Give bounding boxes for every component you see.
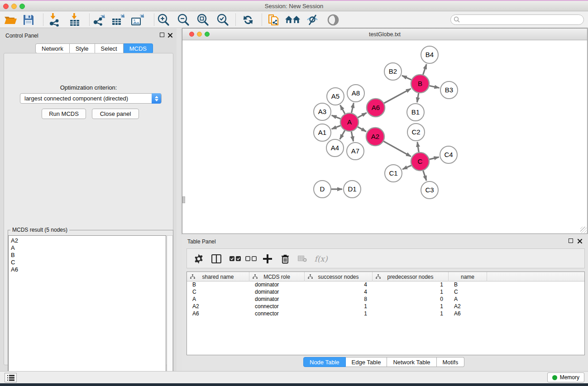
zoom-in-icon[interactable] [156,13,171,27]
edge-A6-B[interactable] [384,89,411,103]
table-cell[interactable]: A6 [187,310,249,318]
column-header-successor-nodes[interactable]: successor nodes [305,272,373,281]
close-table-panel-icon[interactable] [577,238,583,244]
table-cell[interactable]: A [187,296,249,303]
table-cell[interactable]: 8 [305,296,373,303]
table-cell[interactable]: connector [249,303,305,310]
table-row[interactable]: A2connector11A2 [187,303,584,310]
open-session-icon[interactable] [3,13,18,27]
tab-network-table[interactable]: Network Table [387,357,436,367]
vertical-scroll-nub[interactable] [182,196,185,203]
memory-button[interactable]: Memory [547,372,584,382]
table-cell[interactable]: C [187,289,249,296]
table-cell[interactable]: connector [249,310,305,318]
table-cell[interactable]: B [187,281,249,289]
table-cell[interactable]: dominator [249,296,305,303]
hide-graphics-details-icon[interactable] [305,13,320,27]
show-graphics-details-icon[interactable] [325,13,341,27]
search-input[interactable] [450,14,584,25]
edge-A-A4[interactable] [340,130,345,139]
select-all-rows-icon[interactable] [229,252,242,266]
save-session-icon[interactable] [21,13,36,27]
edge-A-A5[interactable] [340,105,345,114]
edge-A-A8[interactable] [351,103,354,113]
delete-table-icon[interactable] [296,252,308,266]
mcds-result-item[interactable]: C [11,259,166,266]
function-builder-icon[interactable]: f(x) [312,252,330,266]
mcds-result-item[interactable]: A [11,244,166,252]
network-canvas[interactable]: AA1A2A3A4A5A6A7A8BB1B2B3B4CC1C2C3C4DD1 [183,40,587,234]
edge-B-B4[interactable] [423,64,427,75]
edge-C-C1[interactable] [402,165,411,169]
deselect-all-rows-icon[interactable] [244,252,258,266]
tab-select[interactable]: Select [95,43,124,53]
search-field[interactable] [450,14,584,25]
table-cell[interactable]: 1 [373,289,449,296]
duplicate-network-icon[interactable] [266,13,282,27]
zoom-selected-icon[interactable] [215,13,230,27]
zoom-fit-icon[interactable] [195,13,210,27]
task-history-button[interactable] [5,373,17,382]
table-cell[interactable]: A2 [187,303,249,310]
table-cell[interactable]: 1 [373,303,449,310]
column-header-predecessor-nodes[interactable]: predecessor nodes [373,272,449,281]
tab-motifs[interactable]: Motifs [437,357,465,367]
table-row[interactable]: Adominator80A [187,296,584,303]
table-row[interactable]: Bdominator41B [187,281,584,289]
mcds-result-item[interactable]: A2 [11,237,166,244]
mcds-result-item[interactable]: A6 [11,266,166,273]
table-cell[interactable]: A [449,296,487,303]
mcds-result-item[interactable]: B [11,252,166,259]
column-header-shared-name[interactable]: shared name [187,272,249,281]
export-image-icon[interactable] [129,13,145,27]
delete-rows-trash-icon[interactable] [279,252,291,266]
edge-A2-C[interactable] [383,141,411,157]
tab-mcds[interactable]: MCDS [124,43,153,53]
close-panel-icon[interactable] [167,33,173,38]
edge-A-A6[interactable] [358,113,366,118]
tab-node-table[interactable]: Node Table [303,357,346,367]
table-row[interactable]: Cdominator41C [187,289,584,296]
table-cell[interactable]: 4 [305,289,373,296]
edge-A-A3[interactable] [332,115,341,119]
edge-B-B1[interactable] [417,93,418,103]
table-cell[interactable]: 1 [305,303,373,310]
edge-C-C2[interactable] [417,142,419,152]
import-table-icon[interactable] [67,13,82,27]
refresh-icon[interactable] [240,13,256,27]
network-window-titlebar[interactable]: testGlobe.txt [182,29,587,40]
mcds-list-scrollbar[interactable] [167,235,173,385]
table-cell[interactable]: 4 [305,281,373,289]
home-icon[interactable] [285,13,301,27]
edge-A-A7[interactable] [351,132,353,142]
column-header-name[interactable]: name [449,272,487,281]
node-table[interactable]: shared nameMCDS rolesuccessor nodesprede… [186,272,585,355]
table-row[interactable]: A6connector11A6 [187,310,584,318]
table-cell[interactable]: C [449,289,487,296]
edge-C-C3[interactable] [423,171,426,181]
edge-A-A2[interactable] [358,127,366,131]
tab-network[interactable]: Network [35,43,70,53]
table-cell[interactable]: dominator [249,289,305,296]
export-table-icon[interactable] [110,13,125,27]
add-row-icon[interactable] [262,252,273,266]
float-panel-icon[interactable] [160,33,164,37]
export-network-icon[interactable] [91,13,106,27]
edge-B-B3[interactable] [430,86,440,88]
edge-B-B2[interactable] [402,76,411,80]
zoom-out-icon[interactable] [176,13,191,27]
table-cell[interactable]: 1 [373,310,449,318]
table-cell[interactable]: 1 [373,281,449,289]
tab-edge-table[interactable]: Edge Table [346,357,387,367]
run-mcds-button[interactable]: Run MCDS [42,109,86,119]
float-table-panel-icon[interactable] [569,238,573,243]
table-cell[interactable]: 1 [305,310,373,318]
table-cell[interactable]: A6 [449,310,487,318]
table-cell[interactable]: dominator [249,281,305,289]
show-columns-icon[interactable] [210,252,222,266]
import-network-icon[interactable] [47,13,62,27]
edge-C-C4[interactable] [429,157,439,159]
tab-style[interactable]: Style [70,43,95,53]
settings-gear-icon[interactable] [193,252,205,266]
mcds-result-list[interactable]: A2ABCA6 [8,235,166,385]
